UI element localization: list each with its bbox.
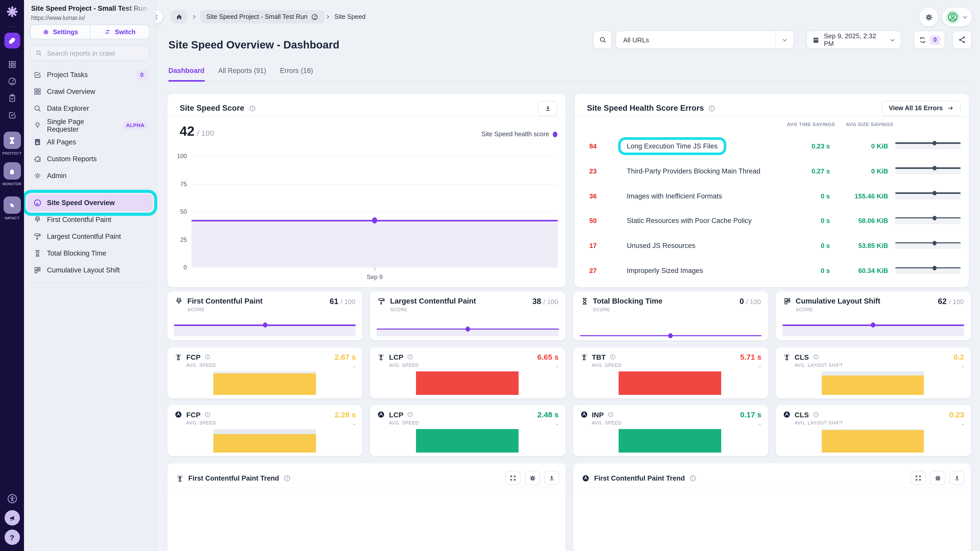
impact-slider[interactable]: [895, 167, 961, 175]
download-button[interactable]: [538, 101, 557, 116]
sidebar-item-largest-contentful-paint[interactable]: Largest Contentful Paint: [27, 228, 153, 245]
error-row[interactable]: 17 Unused JS Resources 0 s 53.85 KiB: [575, 235, 969, 256]
impact-slider[interactable]: [895, 242, 961, 249]
score-label: SCORE: [796, 307, 964, 312]
error-row[interactable]: 23 Third-Party Providers Blocking Main T…: [575, 161, 969, 181]
download-icon: [548, 475, 555, 482]
page-title: Site Speed Overview - Dashboard: [169, 39, 339, 51]
slider-thumb[interactable]: [932, 241, 937, 245]
search-input[interactable]: [46, 49, 145, 57]
expand-button[interactable]: [505, 471, 520, 485]
gear-icon: [934, 474, 942, 482]
error-label-highlighted[interactable]: Long Execution Time JS Files: [620, 140, 724, 152]
view-all-errors-button[interactable]: View All 16 Errors: [882, 100, 961, 116]
impact-slider[interactable]: [895, 192, 961, 200]
sidebar-item-all-pages[interactable]: All Pages: [27, 134, 153, 151]
crawl-date-select[interactable]: Sep 9, 2025, 2:32 PM: [807, 30, 901, 49]
lighthouse-fcp-card[interactable]: FCP2.67 s AVG. SPEED -: [167, 348, 363, 399]
share-button[interactable]: [953, 30, 972, 49]
sidebar-item-crawl-overview[interactable]: Crawl Overview: [27, 83, 153, 100]
url-search-button[interactable]: [593, 30, 612, 49]
error-label[interactable]: Static Resources with Poor Cache Policy: [627, 217, 752, 225]
score-value: 42/ 100: [180, 124, 214, 139]
account-settings-button[interactable]: [919, 8, 938, 27]
account-menu[interactable]: [942, 8, 972, 27]
error-row[interactable]: 84 Long Execution Time JS Files 0.23 s 0…: [575, 136, 969, 156]
column-header-size: AVG SIZE SAVINGS: [838, 121, 893, 127]
settings-button[interactable]: Settings: [30, 25, 89, 39]
rail-item-speed-reports[interactable]: [7, 76, 17, 86]
chart-settings-button[interactable]: [930, 471, 945, 485]
slider-thumb[interactable]: [932, 265, 937, 270]
expand-button[interactable]: [911, 471, 926, 485]
rail-item-dashboards[interactable]: [7, 60, 17, 69]
info-icon[interactable]: [248, 104, 256, 112]
accessibility-button[interactable]: [6, 493, 18, 505]
sidebar-item-custom-reports[interactable]: Custom Reports: [27, 151, 153, 167]
rail-item-protect[interactable]: [3, 132, 21, 149]
error-label[interactable]: Improperly Sized Images: [627, 267, 703, 275]
sidebar-item-site-speed-overview[interactable]: Site Speed Overview: [27, 194, 153, 211]
impact-slider[interactable]: [895, 143, 961, 150]
help-button[interactable]: ?: [4, 530, 20, 545]
crux-fcp-card[interactable]: FCP2.28 s AVG. SPEED -: [167, 405, 363, 456]
error-label[interactable]: Unused JS Resources: [627, 242, 695, 249]
sidebar-item-single-page-requester[interactable]: Single Page RequesterALPHA: [27, 117, 153, 134]
lighthouse-tbt-card[interactable]: TBT5.71 s AVG. SPEED -: [573, 348, 768, 399]
tab-dashboard[interactable]: Dashboard: [169, 65, 204, 82]
bulb-icon: [33, 121, 42, 130]
breadcrumb-home[interactable]: [171, 10, 187, 24]
slider-thumb[interactable]: [932, 216, 937, 221]
rail-item-site-speed[interactable]: [4, 33, 20, 48]
mini-score-chart: [377, 316, 559, 337]
refresh-button[interactable]: 0: [914, 30, 945, 49]
sidebar-item-data-explorer[interactable]: Data Explorer: [27, 100, 153, 117]
info-icon[interactable]: [689, 474, 697, 482]
sidebar-item-cumulative-layout-shift[interactable]: Cumulative Layout Shift: [27, 262, 153, 279]
crux-inp-card[interactable]: INP0.17 s AVG. SPEED -: [573, 405, 768, 456]
puzzle-icon: [33, 155, 42, 163]
sidebar-item-admin[interactable]: Admin: [27, 167, 153, 184]
cls-score-card[interactable]: Cumulative Layout Shift62 / 100 SCORE: [776, 291, 971, 340]
announcements-button[interactable]: [4, 510, 20, 526]
sidebar-item-project-tasks[interactable]: Project Tasks0: [27, 66, 153, 83]
lighthouse-lcp-card[interactable]: LCP6.65 s AVG. SPEED -: [370, 348, 566, 399]
report-search[interactable]: [30, 45, 150, 61]
score-label: SCORE: [187, 307, 355, 312]
lcp-score-card[interactable]: Largest Contentful Paint38 / 100 SCORE: [370, 291, 566, 340]
crux-cls-card[interactable]: CLS0.23 AVG. LAYOUT SHIFT -: [776, 405, 971, 456]
lighthouse-cls-card[interactable]: CLS0.2 AVG. LAYOUT SHIFT -: [776, 348, 971, 399]
fcp-score-card[interactable]: First Contentful Paint61 / 100 SCORE: [167, 291, 363, 340]
info-icon[interactable]: [708, 104, 716, 112]
error-row[interactable]: 27 Improperly Sized Images 0 s 60.34 KiB: [575, 260, 969, 281]
rail-item-tasks[interactable]: [7, 110, 17, 120]
error-label[interactable]: Third-Party Providers Blocking Main Thre…: [627, 167, 760, 175]
impact-slider[interactable]: [895, 267, 961, 274]
download-button[interactable]: [950, 471, 965, 485]
sidebar-item-first-contentful-paint[interactable]: First Contentful Paint: [27, 211, 153, 228]
rail-item-monitor[interactable]: [3, 162, 21, 179]
impact-slider[interactable]: [895, 218, 961, 224]
breadcrumb-section[interactable]: Site Speed: [334, 10, 366, 24]
url-filter-select[interactable]: All URLs: [616, 30, 794, 49]
tab-all-reports[interactable]: All Reports(91): [218, 65, 266, 81]
error-label[interactable]: Images with Inefficient Formats: [627, 192, 722, 200]
error-row[interactable]: 36 Images with Inefficient Formats 0 s 1…: [575, 186, 969, 206]
info-icon[interactable]: [283, 474, 291, 482]
rail-item-task-board[interactable]: [7, 94, 17, 103]
slider-thumb[interactable]: [932, 191, 937, 195]
metric-bar: [821, 429, 924, 453]
switch-project-button[interactable]: Switch: [89, 25, 149, 39]
breadcrumb-project[interactable]: Site Speed Project - Small Test Run: [200, 10, 325, 24]
project-actions: Settings Switch: [30, 24, 150, 39]
chart-settings-button[interactable]: [525, 471, 540, 485]
tbt-score-card[interactable]: Total Blocking Time0 / 100 SCORE: [573, 291, 768, 340]
info-icon: [813, 411, 819, 418]
rail-item-impact[interactable]: [3, 197, 21, 214]
download-button[interactable]: [544, 471, 559, 485]
crux-lcp-card[interactable]: LCP2.48 s AVG. SPEED -: [370, 405, 566, 456]
tab-errors[interactable]: Errors(16): [280, 65, 313, 81]
error-row[interactable]: 50 Static Resources with Poor Cache Poli…: [575, 211, 969, 231]
metric-sublabel: AVG. SPEED: [592, 421, 762, 426]
sidebar-item-total-blocking-time[interactable]: Total Blocking Time: [27, 245, 153, 262]
